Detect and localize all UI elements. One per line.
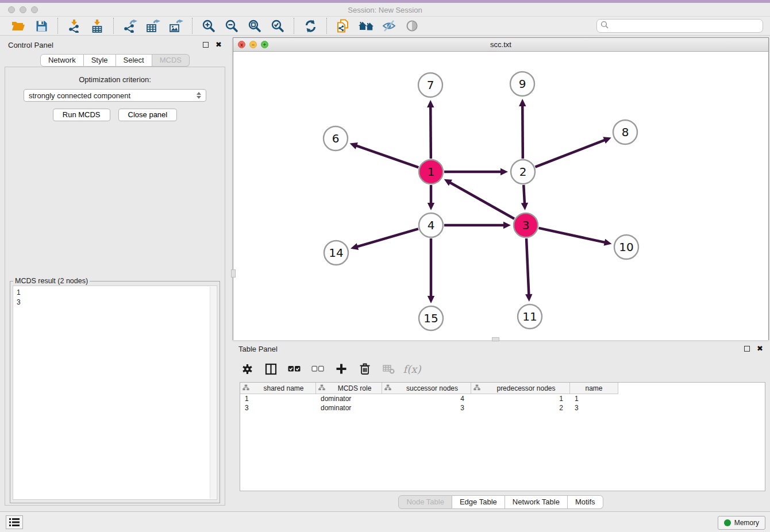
column-header-shared-name[interactable]: shared name	[240, 383, 316, 394]
edge-1-7[interactable]	[430, 106, 431, 159]
close-table-panel-icon[interactable]: ✖	[757, 346, 763, 352]
tab-network-table[interactable]: Network Table	[505, 495, 568, 509]
delete-table-icon	[381, 361, 396, 376]
splitter-grip-left[interactable]	[231, 269, 236, 277]
memory-status-icon	[724, 519, 731, 526]
memory-button[interactable]: Memory	[718, 516, 765, 530]
float-table-panel-icon[interactable]	[744, 346, 750, 352]
mcds-panel: Optimization criterion: strongly connect…	[5, 67, 225, 506]
column-header-successor-nodes[interactable]: successor nodes	[382, 383, 471, 394]
column-header-predecessor-nodes[interactable]: predecessor nodes	[471, 383, 570, 394]
edge-3-10[interactable]	[538, 228, 605, 242]
eye-icon[interactable]	[401, 17, 424, 34]
float-panel-icon[interactable]	[203, 42, 209, 48]
edge-3-11[interactable]	[526, 238, 529, 295]
close-panel-button[interactable]: Close panel	[118, 109, 178, 121]
edge-2-9[interactable]	[522, 105, 523, 159]
cell-successor-nodes[interactable]: 4	[382, 394, 471, 403]
tab-node-table[interactable]: Node Table	[398, 495, 452, 509]
svg-text:9: 9	[519, 77, 526, 91]
tab-network[interactable]: Network	[40, 54, 84, 67]
search-box[interactable]	[596, 19, 763, 33]
edge-2-3[interactable]	[523, 185, 525, 204]
node-9[interactable]: 9	[510, 72, 534, 96]
cell-predecessor-nodes[interactable]: 1	[471, 394, 570, 403]
clone-network-icon[interactable]	[332, 17, 355, 34]
node-15[interactable]: 15	[419, 306, 443, 330]
mcds-result-area[interactable]: 1 3	[13, 286, 217, 500]
close-panel-icon[interactable]: ✖	[215, 42, 222, 48]
tree-icon	[240, 384, 252, 392]
memory-label: Memory	[734, 519, 759, 527]
control-panel-tabs: NetworkStyleSelectMCDS	[2, 54, 228, 67]
edge-3-1[interactable]	[449, 182, 514, 219]
split-columns-icon[interactable]	[263, 361, 278, 376]
column-header-MCDS-role[interactable]: MCDS role	[316, 383, 382, 394]
export-image-icon[interactable]	[164, 17, 187, 34]
cell-name[interactable]: 1	[570, 394, 618, 403]
node-6[interactable]: 6	[324, 126, 348, 151]
deselect-all-icon[interactable]	[310, 361, 325, 376]
cell-shared-name[interactable]: 3	[240, 403, 316, 413]
node-1[interactable]: 1	[419, 160, 443, 184]
optimization-label: Optimization criterion:	[5, 75, 225, 84]
column-header-name[interactable]: name	[570, 383, 618, 394]
edge-2-8[interactable]	[535, 140, 605, 167]
select-all-icon[interactable]	[287, 361, 302, 376]
zoom-in-icon[interactable]	[197, 17, 220, 34]
save-icon[interactable]	[30, 17, 53, 34]
cell-predecessor-nodes[interactable]: 2	[471, 403, 570, 413]
edge-arrowhead	[604, 239, 612, 246]
zoom-selected-icon[interactable]	[266, 17, 289, 34]
export-table-icon[interactable]	[141, 17, 164, 34]
tab-edge-table[interactable]: Edge Table	[452, 495, 505, 509]
tab-style[interactable]: Style	[84, 54, 116, 67]
add-icon[interactable]	[334, 361, 349, 376]
splitter-grip-bottom[interactable]	[492, 337, 499, 341]
node-10[interactable]: 10	[614, 235, 638, 259]
result-scrollbar[interactable]	[210, 287, 216, 499]
tab-mcds[interactable]: MCDS	[152, 54, 190, 67]
criterion-select[interactable]: strongly connected component	[24, 89, 206, 102]
import-table-icon[interactable]	[86, 17, 109, 34]
glasses-off-icon[interactable]	[378, 17, 401, 34]
toolbar-separator	[57, 18, 58, 34]
mcds-result-text: 1 3	[17, 288, 207, 498]
node-2[interactable]: 2	[511, 160, 535, 184]
export-network-icon[interactable]	[118, 17, 141, 34]
node-7[interactable]: 7	[418, 73, 442, 97]
node-3[interactable]: 3	[514, 213, 538, 237]
zoom-fit-icon[interactable]	[243, 17, 266, 34]
node-8[interactable]: 8	[613, 120, 637, 144]
cell-name[interactable]: 3	[570, 403, 618, 413]
edge-arrowhead	[350, 142, 358, 149]
home-icon[interactable]	[355, 17, 378, 34]
refresh-icon[interactable]	[299, 17, 322, 34]
network-canvas[interactable]: 7968124314101511	[233, 52, 768, 342]
run-mcds-button[interactable]: Run MCDS	[53, 109, 110, 121]
node-4[interactable]: 4	[419, 213, 443, 237]
edge-4-14[interactable]	[357, 229, 418, 246]
gear-icon[interactable]	[240, 361, 255, 376]
edge-1-6[interactable]	[356, 145, 418, 167]
cell-MCDS-role[interactable]: dominator	[316, 394, 382, 403]
trash-icon[interactable]	[357, 361, 372, 376]
app-titlebar: Session: New Session	[0, 3, 770, 17]
table-row[interactable]: 3dominator323	[240, 403, 765, 413]
cell-successor-nodes[interactable]: 3	[382, 403, 471, 413]
table-row[interactable]: 1dominator411	[240, 394, 765, 403]
tab-motifs[interactable]: Motifs	[568, 495, 603, 509]
network-window-titlebar[interactable]: x − + scc.txt	[233, 38, 768, 52]
zoom-out-icon[interactable]	[220, 17, 243, 34]
fx-icon: f(x)	[405, 361, 419, 376]
toolbar-separator	[192, 18, 192, 34]
cell-MCDS-role[interactable]: dominator	[316, 403, 382, 413]
node-14[interactable]: 14	[324, 241, 348, 265]
cell-shared-name[interactable]: 1	[240, 394, 316, 403]
tab-select[interactable]: Select	[116, 54, 152, 67]
import-network-icon[interactable]	[63, 17, 86, 34]
folder-open-icon[interactable]	[7, 17, 30, 34]
node-11[interactable]: 11	[518, 304, 542, 329]
task-history-button[interactable]	[6, 515, 23, 529]
search-input[interactable]	[611, 22, 759, 30]
